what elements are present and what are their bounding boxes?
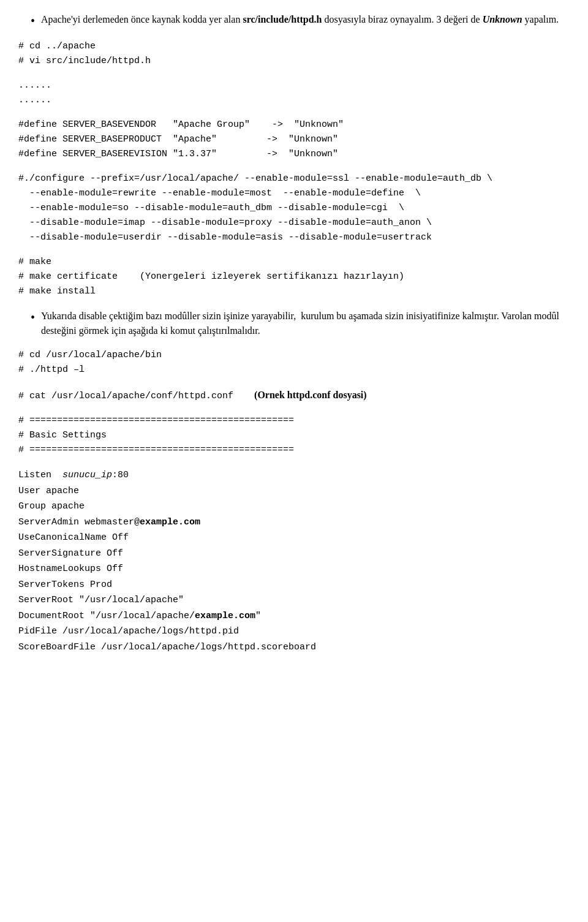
intro-paragraph: • Apache'yi derlemeden önce kaynak kodda… <box>18 12 570 29</box>
serveradmin-line: ServerAdmin webmaster@example.com <box>18 515 570 531</box>
unknown-bold: Unknown <box>483 14 522 25</box>
listen-line: Listen sunucu_ip:80 <box>18 467 570 483</box>
cat-cmd-note-bold: (Ornek httpd.conf dosyasi) <box>254 390 367 400</box>
dots-2: ...... <box>18 93 570 108</box>
make-line: # make <box>18 255 570 270</box>
httpd-l-line: # ./httpd –l <box>18 363 570 377</box>
make-certificate-line: # make certificate (Yonergeleri izleyere… <box>18 270 570 284</box>
scoreboardfile-line: ScoreBoardFile /usr/local/apache/logs/ht… <box>18 640 570 656</box>
make-install-line: # make install <box>18 284 570 299</box>
httpd-commands-block: # cd /usr/local/apache/bin # ./httpd –l <box>18 348 570 377</box>
servertokens-line: ServerTokens Prod <box>18 577 570 593</box>
separator-1: # ======================================… <box>18 414 570 458</box>
user-line: User apache <box>18 483 570 499</box>
configure-line-5: --disable-module=userdir --disable-modul… <box>18 230 570 245</box>
basic-settings-label: # Basic Settings <box>18 428 570 443</box>
serversignature-line: ServerSignature Off <box>18 546 570 562</box>
intro-text: Apache'yi derlemeden önce kaynak kodda y… <box>41 12 559 27</box>
make-block: # make # make certificate (Yonergeleri i… <box>18 255 570 299</box>
define-revision: #define SERVER_BASEREVISION "1.3.37" -> … <box>18 147 570 162</box>
serverroot-line: ServerRoot "/usr/local/apache" <box>18 592 570 608</box>
bullet2-text: Yukarıda disable çektiğim bazı modûller … <box>41 309 570 338</box>
bullet-dot-2: • <box>31 309 35 326</box>
cat-cmd-note: (Ornek httpd.conf dosyasi) <box>254 390 367 400</box>
define-vendor: #define SERVER_BASEVENDOR "Apache Group"… <box>18 118 570 132</box>
hostnamelookups-line: HostnameLookups Off <box>18 561 570 577</box>
cd-commands-block: # cd ../apache # vi src/include/httpd.h <box>18 39 570 69</box>
configure-line-3: --enable-module=so --disable-module=auth… <box>18 201 570 216</box>
documentroot-line: DocumentRoot "/usr/local/apache/example.… <box>18 608 570 624</box>
sep-line-2: # ======================================… <box>18 443 570 458</box>
configure-line-2: --enable-module=rewrite --enable-module=… <box>18 186 570 201</box>
dots-1: ...... <box>18 78 570 93</box>
serveradmin-domain-bold: example.com <box>140 517 200 527</box>
configure-block: #./configure --prefix=/usr/local/apache/… <box>18 172 570 245</box>
documentroot-domain-bold: example.com <box>195 611 255 621</box>
cat-cmd: # cat /usr/local/apache/conf/httpd.conf <box>18 391 233 401</box>
bullet2-paragraph: • Yukarıda disable çektiğim bazı modûlle… <box>18 309 570 338</box>
bullet-dot-1: • <box>31 12 35 29</box>
pidfile-line: PidFile /usr/local/apache/logs/httpd.pid <box>18 624 570 640</box>
define-block: #define SERVER_BASEVENDOR "Apache Group"… <box>18 118 570 162</box>
define-product: #define SERVER_BASEPRODUCT "Apache" -> "… <box>18 132 570 147</box>
httpd-bold: src/include/httpd.h <box>243 14 322 25</box>
configure-line-1: #./configure --prefix=/usr/local/apache/… <box>18 172 570 186</box>
cd-apache-bin: # cd /usr/local/apache/bin <box>18 348 570 363</box>
cat-conf-line: # cat /usr/local/apache/conf/httpd.conf … <box>18 390 570 401</box>
sep-line-1: # ======================================… <box>18 414 570 428</box>
cd-line: # cd ../apache <box>18 39 570 54</box>
dotdot-block: ...... ...... <box>18 78 570 108</box>
configure-line-4: --disable-module=imap --disable-module=p… <box>18 216 570 230</box>
config-block: Listen sunucu_ip:80 User apache Group ap… <box>18 467 570 655</box>
vi-line: # vi src/include/httpd.h <box>18 54 570 69</box>
group-line: Group apache <box>18 499 570 515</box>
listen-ip-italic: sunucu_ip <box>62 470 112 480</box>
usecanonicalname-line: UseCanonicalName Off <box>18 530 570 546</box>
